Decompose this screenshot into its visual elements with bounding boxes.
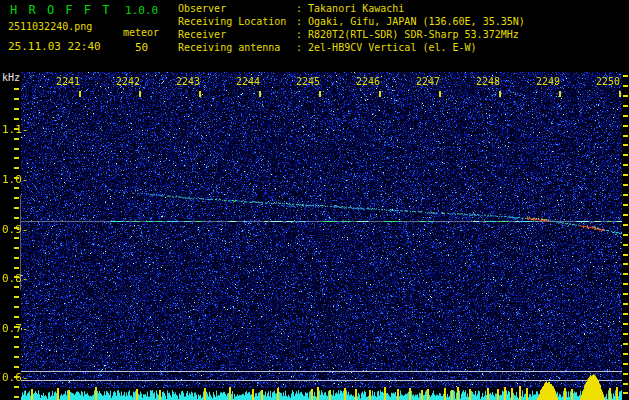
- y-minor-tick-right: [623, 184, 628, 186]
- info-value: : R820T2(RTL-SDR) SDR-Sharp 53.372MHz: [296, 29, 519, 40]
- x-tick-mark: [319, 91, 321, 97]
- app-title: H R O F F T: [10, 3, 111, 17]
- y-minor-tick-right: [623, 125, 628, 127]
- x-tick-mark: [499, 91, 501, 97]
- y-minor-tick-left: [14, 247, 19, 249]
- info-label: Observer: [178, 3, 296, 14]
- info-label: Receiving Location: [178, 16, 296, 27]
- spectrogram-canvas: [21, 72, 622, 400]
- y-minor-tick-right: [623, 273, 628, 275]
- x-tick-mark: [139, 91, 141, 97]
- x-tick-mark: [559, 91, 561, 97]
- y-minor-tick-left: [14, 366, 19, 368]
- y-minor-tick-right: [623, 263, 628, 265]
- x-tick-label: 2241: [56, 76, 80, 87]
- x-tick-label: 2247: [416, 76, 440, 87]
- y-minor-tick-left: [14, 128, 19, 130]
- y-minor-tick-right: [623, 135, 628, 137]
- y-minor-tick-right: [623, 224, 628, 226]
- info-value: : Ogaki, Gifu, JAPAN (136.60E, 35.35N): [296, 16, 525, 27]
- y-minor-tick-left: [14, 118, 19, 120]
- app-version: 1.0.0: [125, 4, 158, 17]
- y-minor-tick-left: [14, 217, 19, 219]
- info-value: : Takanori Kawachi: [296, 3, 404, 14]
- x-tick-label: 2249: [536, 76, 560, 87]
- hrofft-window: H R O F F T 1.0.0 2511032240.png meteor …: [0, 0, 629, 400]
- x-tick-label: 2244: [236, 76, 260, 87]
- y-minor-tick-right: [623, 214, 628, 216]
- y-minor-tick-left: [14, 148, 19, 150]
- y-minor-tick-right: [623, 343, 628, 345]
- y-minor-tick-right: [623, 293, 628, 295]
- y-tick-label: 0.9-: [2, 223, 29, 236]
- y-minor-tick-left: [14, 267, 19, 269]
- y-minor-tick-left: [14, 207, 19, 209]
- x-tick-mark: [619, 91, 621, 97]
- y-minor-tick-left: [14, 237, 19, 239]
- y-minor-tick-right: [623, 164, 628, 166]
- y-minor-tick-right: [623, 303, 628, 305]
- info-label: Receiving antenna: [178, 42, 296, 53]
- y-minor-tick-left: [14, 276, 19, 278]
- info-value: : 2el-HB9CV Vertical (el. E-W): [296, 42, 477, 53]
- y-minor-tick-left: [14, 376, 19, 378]
- y-minor-tick-right: [623, 244, 628, 246]
- info-row: Receiving antenna: 2el-HB9CV Vertical (e…: [178, 42, 525, 55]
- y-minor-tick-right: [623, 323, 628, 325]
- y-minor-tick-right: [623, 85, 628, 87]
- y-minor-tick-left: [14, 316, 19, 318]
- y-minor-tick-right: [623, 373, 628, 375]
- y-tick-label: 0.7-: [2, 322, 29, 335]
- mode-label: meteor: [123, 27, 159, 38]
- y-minor-tick-right: [623, 234, 628, 236]
- y-minor-tick-right: [623, 383, 628, 385]
- y-minor-tick-right: [623, 115, 628, 117]
- y-minor-tick-right: [623, 174, 628, 176]
- x-tick-mark: [439, 91, 441, 97]
- y-minor-tick-left: [14, 257, 19, 259]
- y-minor-tick-left: [14, 177, 19, 179]
- output-filename: 2511032240.png: [8, 21, 92, 32]
- y-minor-tick-left: [14, 108, 19, 110]
- y-minor-tick-left: [14, 306, 19, 308]
- x-tick-label: 2243: [176, 76, 200, 87]
- y-minor-tick-right: [623, 75, 628, 77]
- y-minor-tick-right: [623, 194, 628, 196]
- y-tick-label: 1.0-: [2, 173, 29, 186]
- y-minor-tick-left: [14, 336, 19, 338]
- x-tick-label: 2246: [356, 76, 380, 87]
- y-tick-label: 0.8-: [2, 272, 29, 285]
- y-minor-tick-left: [14, 88, 19, 90]
- y-minor-tick-right: [623, 154, 628, 156]
- y-minor-tick-right: [623, 333, 628, 335]
- info-row: Observer: Takanori Kawachi: [178, 3, 525, 16]
- y-minor-tick-left: [14, 138, 19, 140]
- y-minor-tick-right: [623, 105, 628, 107]
- y-minor-tick-right: [623, 392, 628, 394]
- x-tick-mark: [259, 91, 261, 97]
- y-minor-tick-right: [623, 353, 628, 355]
- y-minor-tick-right: [623, 144, 628, 146]
- y-minor-tick-left: [14, 286, 19, 288]
- x-tick-mark: [79, 91, 81, 97]
- y-minor-tick-right: [623, 204, 628, 206]
- plot-left-edge-line: [20, 195, 21, 290]
- y-minor-tick-right: [623, 95, 628, 97]
- y-minor-tick-left: [14, 227, 19, 229]
- y-minor-tick-left: [14, 197, 19, 199]
- y-minor-tick-right: [623, 283, 628, 285]
- y-minor-tick-left: [14, 98, 19, 100]
- y-minor-tick-left: [14, 187, 19, 189]
- sample-count: 50: [135, 41, 148, 54]
- info-label: Receiver: [178, 29, 296, 40]
- y-minor-tick-right: [623, 313, 628, 315]
- y-minor-tick-left: [14, 396, 19, 398]
- datetime-label: 25.11.03 22:40: [8, 40, 101, 53]
- x-tick-label: 2248: [476, 76, 500, 87]
- observer-info-block: Observer: Takanori KawachiReceiving Loca…: [178, 3, 525, 55]
- y-minor-tick-right: [623, 254, 628, 256]
- y-minor-tick-left: [14, 386, 19, 388]
- y-minor-tick-left: [14, 356, 19, 358]
- info-row: Receiver: R820T2(RTL-SDR) SDR-Sharp 53.3…: [178, 29, 525, 42]
- x-tick-label: 2250: [596, 76, 620, 87]
